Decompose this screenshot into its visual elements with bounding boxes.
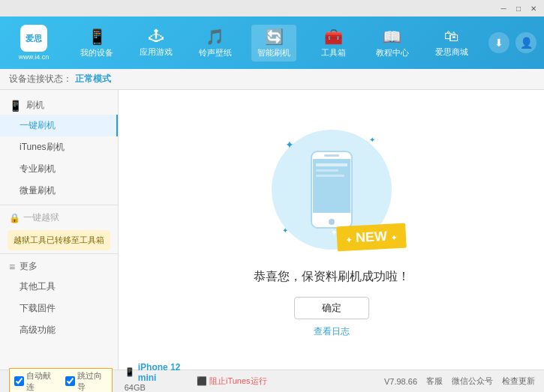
wechat-link[interactable]: 微信公众号 [452,376,493,387]
sparkle-3: ✦ [282,226,288,235]
back-link[interactable]: 查看日志 [314,325,350,338]
sidebar-more-header: ≡ 更多 [0,257,118,276]
lock-icon: 🔒 [9,213,20,223]
stop-icon: ⬛ [197,376,207,386]
nav-label-istore: 爱思商城 [435,46,468,58]
new-badge: ✦ NEW ✦ [337,223,407,251]
status-value: 正常模式 [75,73,111,85]
svg-point-3 [329,219,335,225]
more-section-label: 更多 [20,260,38,273]
update-link[interactable]: 检查更新 [502,376,535,387]
title-bar: ─ □ ✕ [0,0,544,16]
content-area: ✦ ✦ ✦ [119,90,544,370]
sparkle-1: ✦ [285,139,294,151]
svg-rect-6 [316,175,344,177]
auto-connect-input[interactable] [14,376,24,386]
nav-item-toolbox[interactable]: 🧰 工具箱 [311,25,356,61]
logo-text: www.i4.cn [19,53,50,61]
footer-center: ⬛ 阻止iTunes运行 [197,376,384,387]
stop-itunes-label: 阻止iTunes运行 [209,376,267,387]
save-flash-label: 微量刷机 [20,185,56,196]
success-message: 恭喜您，保资料刷机成功啦！ [254,269,410,285]
toolbox-icon: 🧰 [324,28,343,46]
nav-item-my-device[interactable]: 📱 我的设备 [74,25,119,61]
svg-rect-4 [316,163,347,166]
nav-label-ringtone: 铃声壁纸 [199,47,232,58]
auto-connect-checkbox[interactable]: 自动献连 [14,370,56,393]
sidebar-item-pro-flash[interactable]: 专业刷机 [0,158,118,180]
notice-text: 越狱工具已转移至工具箱 [14,235,104,244]
skip-guide-checkbox[interactable]: 跳过向导 [65,370,107,393]
footer: 自动献连 跳过向导 📱 iPhone 12 mini 64GB Down-12m… [0,370,544,392]
success-illustration: ✦ ✦ ✦ [264,122,399,257]
sidebar-item-download-firmware[interactable]: 下载固件 [0,298,118,319]
nav-label-tutorial: 教程中心 [376,47,409,58]
pro-flash-label: 专业刷机 [20,163,56,174]
nav-item-smart-flash[interactable]: 🔄 智能刷机 [251,25,296,61]
version-text: V7.98.66 [384,377,417,386]
close-button[interactable]: ✕ [527,2,539,14]
phone-small-icon: 📱 [125,367,135,377]
main-area: 📱 刷机 一键刷机 iTunes刷机 专业刷机 微量刷机 🔒 一键越狱 越狱工具… [0,90,544,370]
sidebar-locked-jailbreak: 🔒 一键越狱 [0,208,118,227]
skip-guide-label: 跳过向导 [77,370,107,393]
sparkle-2: ✦ [369,136,375,144]
device-icon: 📱 [88,28,107,46]
header-actions: ⬇ 👤 [481,32,544,53]
sidebar: 📱 刷机 一键刷机 iTunes刷机 专业刷机 微量刷机 🔒 一键越狱 越狱工具… [0,90,119,370]
flash-section-label: 刷机 [26,99,44,112]
svg-rect-1 [313,159,350,213]
nav-label-toolbox: 工具箱 [321,47,346,58]
other-tools-label: 其他工具 [20,281,56,292]
one-key-flash-label: 一键刷机 [20,120,56,130]
nav-label-my-device: 我的设备 [80,47,113,58]
footer-left: 自动献连 跳过向导 📱 iPhone 12 mini 64GB Down-12m… [9,362,197,393]
device-storage: 64GB [125,383,197,392]
ringtone-icon: 🎵 [206,28,224,46]
nav-item-ringtone[interactable]: 🎵 铃声壁纸 [193,25,238,61]
user-button[interactable]: 👤 [515,32,536,53]
logo[interactable]: 爱思 www.i4.cn [0,25,68,61]
stop-itunes-btn[interactable]: ⬛ 阻止iTunes运行 [197,376,384,387]
tutorial-icon: 📖 [383,28,401,46]
skip-guide-input[interactable] [65,376,75,386]
minimize-button[interactable]: ─ [497,2,509,14]
apps-icon: 🕹 [149,28,164,45]
istore-icon: 🛍 [444,28,459,45]
status-label: 设备连接状态： [9,73,72,85]
footer-right: V7.98.66 客服 微信公众号 检查更新 [384,376,535,387]
flash-icon: 🔄 [265,28,284,46]
svg-rect-5 [316,169,338,172]
nav-label-apps-games: 应用游戏 [140,46,173,58]
sidebar-divider-2 [0,253,118,254]
header: 爱思 www.i4.cn 📱 我的设备 🕹 应用游戏 🎵 铃声壁纸 🔄 智能刷机… [0,16,544,69]
itunes-flash-label: iTunes刷机 [20,142,65,152]
nav-item-istore[interactable]: 🛍 爱思商城 [429,25,474,61]
service-link[interactable]: 客服 [426,376,443,387]
confirm-button[interactable]: 确定 [294,297,369,319]
auto-connect-label: 自动献连 [26,370,56,393]
nav-label-smart-flash: 智能刷机 [257,47,290,58]
nav-item-apps-games[interactable]: 🕹 应用游戏 [134,25,179,61]
svg-rect-2 [324,154,339,157]
sidebar-item-itunes-flash[interactable]: iTunes刷机 [0,136,118,158]
flash-section-icon: 📱 [9,100,22,112]
nav-item-tutorial[interactable]: 📖 教程中心 [370,25,415,61]
sidebar-notice: 越狱工具已转移至工具箱 [8,230,110,250]
phone-svg [305,148,358,231]
nav-bar: 📱 我的设备 🕹 应用游戏 🎵 铃声壁纸 🔄 智能刷机 🧰 工具箱 📖 教程中心… [68,25,481,61]
sidebar-flash-header: 📱 刷机 [0,96,118,115]
device-info-panel: 📱 iPhone 12 mini 64GB Down-12mini-13.1 [125,362,197,393]
checkbox-group: 自动献连 跳过向导 [9,368,113,393]
sidebar-item-advanced[interactable]: 高级功能 [0,319,118,341]
sidebar-item-save-flash[interactable]: 微量刷机 [0,180,118,202]
device-name: iPhone 12 mini [138,362,197,383]
sidebar-item-one-key-flash[interactable]: 一键刷机 [0,115,118,136]
status-bar: 设备连接状态： 正常模式 [0,69,544,90]
sidebar-item-other-tools[interactable]: 其他工具 [0,276,118,298]
more-section-icon: ≡ [9,261,15,273]
maximize-button[interactable]: □ [512,2,524,14]
download-firmware-label: 下载固件 [20,303,56,313]
download-button[interactable]: ⬇ [488,32,509,53]
sidebar-divider-1 [0,205,118,205]
